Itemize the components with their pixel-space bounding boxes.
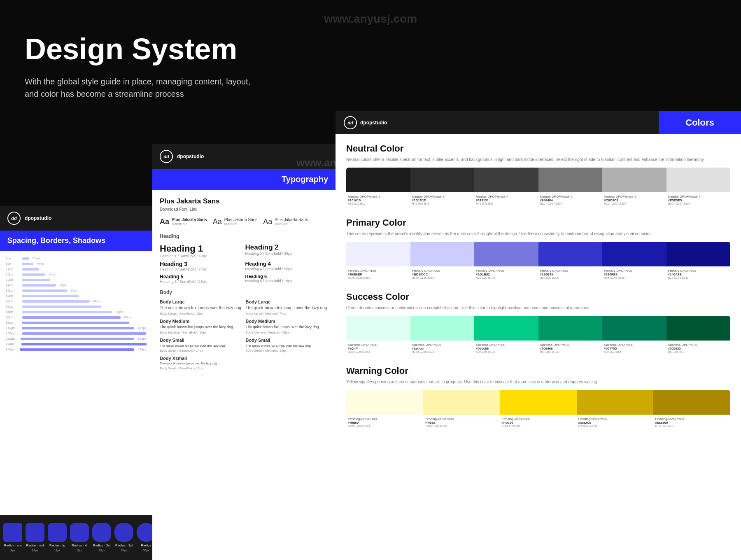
- colors-logo-icon: dd: [344, 116, 357, 129]
- hero-subtitle: With the global style guide in place, ma…: [25, 75, 263, 100]
- primary-swatch-4: Primary-DPOP/500 #120E93 R64 G50 B200: [538, 242, 603, 282]
- warning-swatch-3: Pending-DPOP/300 #ffdd00 R255 G221 B0: [500, 390, 577, 430]
- primary-swatch-5: Primary-DPOP/600 #230FB8 R64 G146 B146: [602, 242, 666, 282]
- primary-swatch-3: Primary-DPOP/300 #1D1B92 R29 G27 B146: [474, 242, 538, 282]
- radius-item-3xl: Radius - 3xl 24px: [113, 521, 135, 553]
- neutral-desc: Neutral colors offer a flexible spectrum…: [346, 156, 730, 163]
- card-colors: dd dpopstudio Colors Neutral Color Neutr…: [336, 111, 741, 560]
- spacing-row: 40px: [6, 294, 147, 298]
- neutral-swatch-4: Neutral-DPOP/black-5 #848484 R207 G207 B…: [538, 168, 603, 208]
- success-title: Success Color: [346, 292, 730, 302]
- spacing-body: 4px Pixel 8px Pixel 12px 16px 16px 20px: [0, 251, 152, 560]
- radius-row: Radius - sm 8px Radius - md 10px Radius …: [0, 515, 152, 560]
- font-name: Plus Jakarta Sans: [160, 197, 328, 205]
- spacing-row: 80px 80px: [6, 315, 147, 319]
- spacing-row: 56px: [6, 305, 147, 308]
- body-small-left: Body Small The quick brown fox jumps ove…: [160, 338, 242, 352]
- neutral-swatch-5: Neutral-DPOP/black-6 #C8C8C8 R207 G207 B…: [602, 168, 666, 208]
- warning-color-section: Warning Color Yellow signifies pending a…: [346, 366, 730, 430]
- primary-title: Primary Color: [346, 217, 730, 228]
- neutral-swatch-3: Neutral-DPOP/black-4 #313131 R49 G49 B49: [474, 168, 538, 208]
- warning-swatch-5: Pending-DPOP/600 #aa8800 R170 G136 B0: [653, 390, 730, 430]
- spacing-row: 64px 64px: [6, 310, 147, 314]
- spacing-logo-name: dpopstudio: [25, 215, 51, 221]
- fw-regular: Aa Plus Jakarta Sans Regular: [263, 217, 308, 226]
- spacing-row: 24px 24px: [6, 283, 147, 287]
- spacing-table: 4px Pixel 8px Pixel 12px 16px 16px 20px: [6, 257, 147, 351]
- heading-2: Heading 2 Heading 2 / SemiBold / 36px: [245, 243, 329, 258]
- font-download: Download Font: Link: [160, 207, 328, 212]
- success-desc: Green denotes success or confirmation of…: [346, 305, 730, 311]
- headings-grid: Heading 1 Heading 1 / SemiBold / 48px He…: [160, 243, 328, 284]
- warning-swatch-1: Pending-DPOP/100 #fffde0 R255 G253 B224: [346, 390, 423, 430]
- success-swatch-3: Success-DPOP/300 #00cc88 R0 G204 B136: [474, 316, 538, 356]
- warning-title: Warning Color: [346, 366, 730, 376]
- hero-section: Design System With the global style guid…: [0, 0, 288, 125]
- colors-logo-name: dpopstudio: [360, 120, 387, 126]
- colors-logo-section: dd dpopstudio: [336, 116, 659, 129]
- success-swatch-1: Success-DPOP/100 #e0fff4 R224 G255 B244: [346, 316, 410, 356]
- spacing-row: 8px Pixel: [6, 262, 147, 266]
- heading-5: Heading 5 Heading 5 / SemiBold / 18px: [160, 274, 243, 284]
- typo-logo-name: dpopstudio: [177, 154, 204, 159]
- success-swatch-4: Success-DPOP/500 #009966 R0 G153 B102: [538, 316, 603, 356]
- warning-swatches: Pending-DPOP/100 #fffde0 R255 G253 B224 …: [346, 390, 730, 430]
- colors-body: Neutral Color Neutral colors offer a fle…: [336, 134, 741, 560]
- primary-swatch-1: Primary-DPOP/100 #E6E6EF R176 G136 B255: [346, 242, 410, 282]
- typo-logo-icon: dd: [160, 150, 173, 163]
- colors-title-bar: Colors: [659, 111, 741, 134]
- spacing-row: 192px 192px: [6, 337, 147, 341]
- body-medium-right: Body Medium The quick brown fox jumps ov…: [246, 319, 329, 334]
- typo-title: Typography: [282, 175, 328, 184]
- card-typography: dd dpopstudio Typography Plus Jakarta Sa…: [152, 144, 336, 560]
- neutral-title: Neutral Color: [346, 143, 730, 154]
- colors-header: dd dpopstudio Colors: [336, 111, 741, 134]
- body-large-left: Body Large The quick brown fox jumps ove…: [160, 299, 242, 315]
- spacing-row: 160px: [6, 331, 147, 335]
- spacing-row: 20px: [6, 278, 147, 282]
- warning-swatch-2: Pending-DPOP/200 #fff5aa R255 G245 B170: [423, 390, 500, 430]
- success-swatch-5: Success-DPOP/600 #007755 R0 G119 B85: [602, 316, 666, 356]
- spacing-row: 48px 48px: [6, 299, 147, 303]
- body-label: Body: [160, 289, 328, 295]
- heading-6: Heading 6 Heading 6 / SemiBold / 16px: [245, 274, 329, 284]
- primary-swatches: Primary-DPOP/100 #E6E6EF R176 G136 B255 …: [346, 242, 730, 282]
- spacing-row: 12px: [6, 267, 147, 271]
- body-large-right: Body Large The quick brown fox jumps ove…: [246, 299, 329, 315]
- spacing-header: dd dpopstudio: [0, 206, 152, 231]
- typo-header: dd dpopstudio: [152, 144, 336, 169]
- heading-3: Heading 3 Heading 3 / SemiBold / 24px: [160, 261, 243, 271]
- heading-1: Heading 1 Heading 1 / SemiBold / 48px: [160, 243, 243, 258]
- spacing-title-bar: Spacing, Borders, Shadows: [0, 231, 152, 251]
- card-spacing: dd dpopstudio Spacing, Borders, Shadows …: [0, 206, 152, 560]
- spacing-row: 16px 16px: [6, 273, 147, 276]
- radius-item-2xl: Radius - 2xl 20px: [91, 521, 113, 553]
- fw-semibold: Aa Plus Jakarta Sans SemiBold: [160, 217, 207, 226]
- spacing-row: 4px Pixel: [6, 257, 147, 260]
- primary-swatch-6: Primary-DPOP/700 #140A8E R17 G149 B141: [666, 242, 731, 282]
- page-title: Design System: [25, 33, 263, 65]
- spacing-row: 96px: [6, 321, 147, 324]
- spacing-row: 224px: [6, 342, 147, 346]
- heading-4: Heading 4 Heading 4 / SemiBold / 20px: [245, 261, 329, 271]
- radius-item-md: Radius - md 10px: [24, 521, 46, 553]
- primary-desc: This colors represents the brand's ident…: [346, 231, 730, 237]
- body-grid: Body Large The quick brown fox jumps ove…: [160, 299, 328, 370]
- typo-title-bar: Typography: [152, 169, 336, 190]
- spacing-row: 240px 240px: [6, 348, 147, 351]
- watermark-1: www.anyusj.com: [324, 12, 417, 26]
- headings-label: Heading: [160, 233, 328, 239]
- neutral-swatch-2: Neutral-DPOP/black-3 #1D1D1D R45 G45 B45: [410, 168, 475, 208]
- warning-desc: Yellow signifies pending actions or stat…: [346, 379, 730, 385]
- font-weights: Aa Plus Jakarta Sans SemiBold Aa Plus Ja…: [160, 217, 328, 226]
- primary-color-section: Primary Color This colors represents the…: [346, 217, 730, 282]
- neutral-swatch-1: Neutral-DPOP/black-2 #101010 R16 G16 B16: [346, 168, 410, 208]
- warning-swatch-4: Pending-DPOP/500 #ccaa00 R204 G170 B0: [577, 390, 654, 430]
- radius-item-xl: Radius - xl 16px: [68, 521, 91, 553]
- spacing-title: Spacing, Borders, Shadows: [7, 236, 105, 245]
- radius-item-lg: Radius - lg 12px: [46, 521, 68, 553]
- success-swatch-2: Success-DPOP/200 #aaffdd R170 G255 B221: [410, 316, 475, 356]
- body-medium-left: Body Medium The quick brown fox jumps ov…: [160, 319, 242, 334]
- neutral-color-section: Neutral Color Neutral colors offer a fle…: [346, 143, 730, 208]
- spacing-row: 112px 112px: [6, 326, 147, 330]
